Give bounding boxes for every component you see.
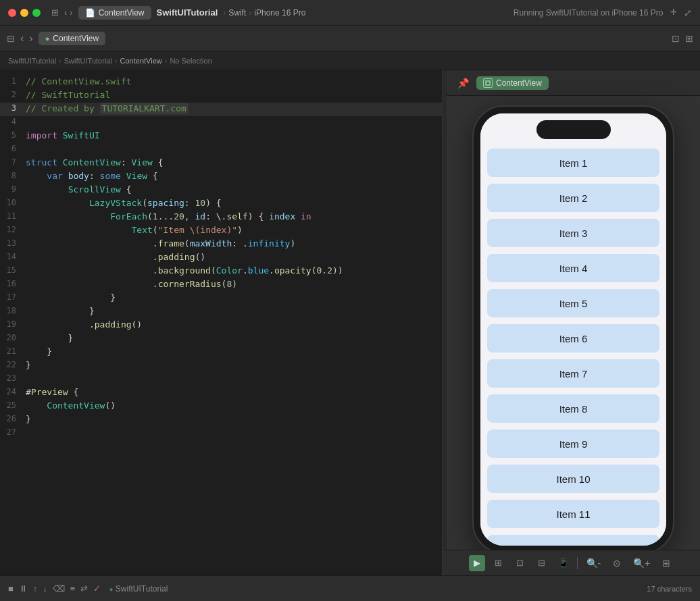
main-content: 1// ContentView.swift2// SwiftTutorial3/…: [0, 70, 700, 575]
preview-bottom-bar: ▶ ⊞ ⊡ ⊟ 📱 🔍- ⊙ 🔍+ ⊞: [443, 550, 700, 575]
line-number: 26: [0, 414, 26, 423]
line-number: 11: [0, 211, 26, 221]
code-line: 12 Text("Item \(index)"): [0, 224, 442, 238]
line-number: 18: [0, 306, 26, 315]
pin-button[interactable]: 📌: [455, 75, 471, 91]
list-item: Item 5: [487, 289, 659, 317]
zoom-out-btn[interactable]: 🔍-: [583, 556, 605, 570]
code-line: 4: [0, 116, 442, 130]
list-item: Item 3: [487, 219, 659, 247]
list-item: Item 1: [487, 149, 659, 177]
line-content: .background(Color.blue.opacity(0.2)): [26, 265, 349, 276]
line-number: 20: [0, 333, 26, 342]
line-content: // ContentView.swift: [26, 76, 137, 86]
line-number: 5: [0, 130, 26, 140]
content-view-tab[interactable]: 📄 ContentView: [78, 6, 151, 20]
line-number: 1: [0, 76, 26, 86]
layout-toggle[interactable]: ⊞: [685, 33, 693, 44]
swift-tab[interactable]: Swift: [228, 8, 246, 18]
status-bar-left: ■ ⏸ ↑ ↓ ⌫ ≡ ⇄ ✓ ● SwiftUITutorial: [8, 583, 641, 594]
inspector-toggle[interactable]: ⊡: [672, 33, 680, 44]
line-number: 14: [0, 252, 26, 261]
code-line: 9 ScrollView {: [0, 184, 442, 197]
tab-label: ContentView: [99, 8, 145, 18]
play-icon[interactable]: ▶: [469, 555, 485, 571]
line-number: 6: [0, 144, 26, 153]
nav-forward[interactable]: ›: [70, 7, 72, 18]
phone-icon[interactable]: 📱: [555, 555, 572, 571]
swap-btn[interactable]: ⇄: [80, 583, 88, 594]
line-number: 27: [0, 427, 26, 437]
preview-badge[interactable]: ContentView: [476, 76, 549, 90]
list-item: Item 6: [487, 324, 659, 352]
app-label: ● SwiftUITutorial: [109, 584, 168, 594]
breadcrumb-item-3[interactable]: ContentView: [120, 57, 162, 65]
code-line: 21 }: [0, 346, 442, 359]
phone-screen[interactable]: Item 1Item 2Item 3Item 4Item 5Item 6Item…: [480, 113, 666, 546]
zoom-in-btn[interactable]: 🔍+: [630, 556, 653, 570]
add-tab-button[interactable]: +: [670, 5, 677, 20]
list-item: Item 4: [487, 254, 659, 282]
breadcrumb-item-1[interactable]: SwiftUITutorial: [8, 57, 56, 65]
code-line: 11 ForEach(1...20, id: \.self) { index i…: [0, 211, 442, 224]
line-number: 21: [0, 346, 26, 356]
sidebar-icon[interactable]: ⊟: [7, 33, 15, 44]
list-item: Item 2: [487, 184, 659, 212]
inspect-icon[interactable]: ⊞: [491, 555, 507, 571]
line-number: 19: [0, 319, 26, 329]
line-content: .frame(maxWidth: .infinity): [26, 238, 301, 249]
device-icon[interactable]: ⊟: [534, 555, 550, 571]
zoom-fill-btn[interactable]: ⊞: [659, 556, 674, 570]
list-btn[interactable]: ≡: [70, 583, 76, 594]
line-content: // Created by TUTORIALKART.com: [26, 103, 194, 113]
down-btn[interactable]: ↓: [43, 583, 47, 594]
second-toolbar: ⊟ ‹ › ● ContentView ⊡ ⊞: [0, 26, 700, 51]
code-line: 22}: [0, 359, 442, 373]
code-editor[interactable]: 1// ContentView.swift2// SwiftTutorial3/…: [0, 70, 443, 575]
check-btn[interactable]: ✓: [93, 583, 101, 594]
title-bar-tabs: SwiftUITutorial › Swift › iPhone 16 Pro: [157, 7, 508, 18]
forward-btn[interactable]: ›: [29, 32, 32, 45]
code-line: 6: [0, 143, 442, 157]
swift-file-icon: ●: [45, 34, 50, 43]
cv-icon: [483, 78, 493, 88]
code-line: 17 }: [0, 292, 442, 305]
window-control[interactable]: ⤢: [684, 7, 692, 18]
fullscreen-button[interactable]: [32, 9, 41, 17]
device-tab[interactable]: iPhone 16 Pro: [254, 8, 305, 18]
sep: ›: [115, 57, 118, 65]
up-btn[interactable]: ↑: [33, 583, 38, 594]
line-number: 17: [0, 292, 26, 302]
preview-toolbar: 📌 ContentView: [447, 70, 700, 96]
line-content: var body: some View {: [26, 171, 164, 181]
nav-back[interactable]: ‹: [64, 7, 67, 18]
sep: ›: [165, 57, 168, 65]
clear-btn[interactable]: ⌫: [53, 583, 65, 594]
file-tab-label: ContentView: [53, 34, 99, 43]
code-line: 18 }: [0, 305, 442, 319]
code-line: 1// ContentView.swift: [0, 76, 442, 89]
line-content: LazyVStack(spacing: 10) {: [26, 198, 227, 208]
line-content: }: [26, 306, 100, 316]
traffic-lights: [8, 9, 41, 17]
active-file-tab[interactable]: ● ContentView: [39, 32, 105, 45]
line-content: }: [26, 360, 36, 370]
grid-icon[interactable]: ⊡: [512, 555, 528, 571]
line-number: 16: [0, 279, 26, 288]
line-number: 12: [0, 225, 26, 234]
sep: ›: [59, 57, 61, 65]
stop-btn[interactable]: ■: [8, 583, 14, 594]
pause-btn[interactable]: ⏸: [19, 583, 28, 594]
minimize-button[interactable]: [20, 9, 28, 17]
zoom-fit-btn[interactable]: ⊙: [609, 556, 624, 570]
sidebar-toggle[interactable]: ⊞: [51, 7, 59, 18]
line-content: struct ContentView: View {: [26, 157, 169, 167]
close-button[interactable]: [8, 9, 16, 17]
breadcrumb-item-2[interactable]: SwiftUITutorial: [64, 57, 112, 65]
code-line: 2// SwiftTutorial: [0, 89, 442, 103]
code-line: 19 .padding(): [0, 319, 442, 332]
sep2: ›: [249, 8, 251, 18]
code-line: 27: [0, 427, 442, 440]
back-btn[interactable]: ‹: [20, 32, 24, 45]
code-line: 24#Preview {: [0, 386, 442, 400]
